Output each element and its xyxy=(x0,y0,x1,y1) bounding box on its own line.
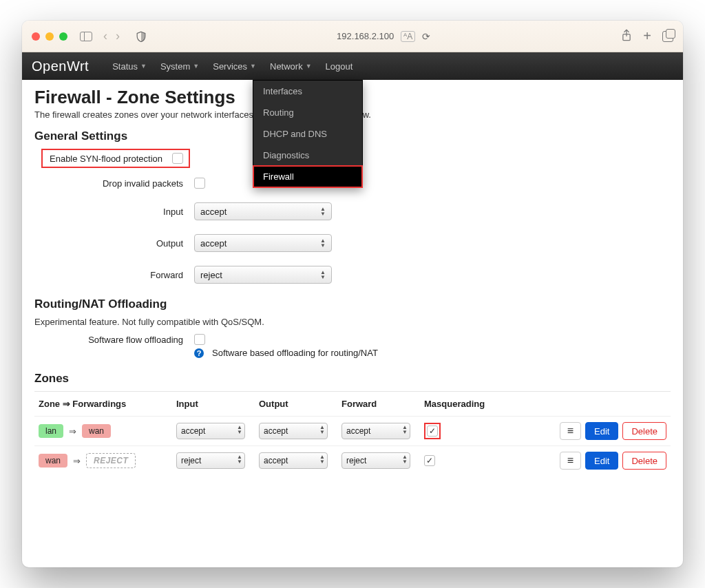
tabs-overview-icon[interactable] xyxy=(662,31,673,42)
masquerading-checkbox[interactable] xyxy=(424,455,435,466)
select-arrows-icon: ▲▼ xyxy=(237,454,242,464)
new-tab-icon[interactable]: + xyxy=(643,28,651,44)
select-arrows-icon: ▲▼ xyxy=(237,425,242,434)
zone-forward-select[interactable]: accept▲▼ xyxy=(341,423,410,439)
input-select[interactable]: accept ▲▼ xyxy=(194,202,332,220)
col-output: Output xyxy=(259,399,341,409)
select-arrows-icon: ▲▼ xyxy=(319,454,325,464)
output-select-value: accept xyxy=(200,238,227,249)
col-forward: Forward xyxy=(341,399,424,409)
minimize-window-icon[interactable] xyxy=(45,32,54,41)
dropdown-routing[interactable]: Routing xyxy=(253,102,362,123)
select-arrows-icon: ▲▼ xyxy=(402,454,408,464)
close-window-icon[interactable] xyxy=(32,32,40,41)
input-select-value: accept xyxy=(200,207,227,217)
col-input: Input xyxy=(176,399,259,409)
syn-flood-checkbox[interactable] xyxy=(172,153,183,164)
dropdown-dhcp-dns[interactable]: DHCP and DNS xyxy=(253,123,362,145)
select-arrows-icon: ▲▼ xyxy=(317,205,328,218)
traffic-lights xyxy=(32,32,67,41)
col-masq: Masquerading xyxy=(424,399,500,409)
toolbar-right: + xyxy=(621,28,673,44)
forward-select-value: reject xyxy=(200,270,222,280)
zone-input-select[interactable]: reject▲▼ xyxy=(176,452,245,469)
zone-output-select[interactable]: accept▲▼ xyxy=(259,452,328,469)
translate-icon[interactable]: ᴬA xyxy=(401,31,415,42)
shield-icon[interactable] xyxy=(136,31,146,42)
zone-forward-select[interactable]: reject▲▼ xyxy=(341,452,410,469)
select-arrows-icon: ▲▼ xyxy=(402,425,408,434)
reload-icon[interactable]: ⟳ xyxy=(422,31,430,42)
table-row: lan⇒wanaccept▲▼accept▲▼accept▲▼≡EditDele… xyxy=(34,416,671,445)
sfo-checkbox[interactable] xyxy=(194,334,205,345)
select-arrows-icon: ▲▼ xyxy=(317,237,328,249)
zone-from-tag: lan xyxy=(39,424,63,438)
zone-output-select[interactable]: accept▲▼ xyxy=(259,423,328,439)
dropdown-diagnostics[interactable]: Diagnostics xyxy=(253,145,362,166)
app-navbar: OpenWrt Status▼ System▼ Services▼ Networ… xyxy=(22,52,683,80)
share-icon[interactable] xyxy=(621,29,632,44)
input-label: Input xyxy=(34,207,194,217)
select-arrows-icon: ▲▼ xyxy=(317,269,328,281)
nav-services[interactable]: Services▼ xyxy=(206,52,263,80)
arrow-right-icon: ⇒ xyxy=(69,426,76,437)
maximize-window-icon[interactable] xyxy=(59,32,67,41)
sfo-label: Software flow offloading xyxy=(34,335,194,345)
zones-table-header: Zone ⇒ Forwardings Input Output Forward … xyxy=(34,392,671,416)
nav-arrows: ‹ › xyxy=(103,29,120,43)
browser-window: ‹ › 192.168.2.100 ᴬA ⟳ + OpenWrt Status▼… xyxy=(22,21,683,567)
dropdown-firewall[interactable]: Firewall xyxy=(253,166,362,187)
zone-from-tag: wan xyxy=(39,454,67,468)
drop-invalid-checkbox[interactable] xyxy=(194,178,205,189)
forward-icon[interactable]: › xyxy=(116,29,120,43)
chevron-down-icon: ▼ xyxy=(193,63,199,70)
masquerading-checkbox[interactable] xyxy=(427,426,438,437)
syn-flood-label: Enable SYN-flood protection xyxy=(45,154,172,164)
dropdown-interfaces[interactable]: Interfaces xyxy=(253,81,362,102)
delete-button[interactable]: Delete xyxy=(622,422,666,440)
chevron-down-icon: ▼ xyxy=(140,63,147,70)
brand[interactable]: OpenWrt xyxy=(32,59,89,74)
chevron-down-icon: ▼ xyxy=(250,63,256,70)
offload-sub: Experimental feature. Not fully compatib… xyxy=(34,317,671,327)
forward-select[interactable]: reject ▲▼ xyxy=(194,266,332,284)
nav-network[interactable]: Network▼ xyxy=(263,52,319,80)
browser-chrome: ‹ › 192.168.2.100 ᴬA ⟳ + xyxy=(22,21,683,52)
chevron-down-icon: ▼ xyxy=(306,63,312,70)
back-icon[interactable]: ‹ xyxy=(103,29,107,43)
delete-button[interactable]: Delete xyxy=(622,452,666,470)
syn-flood-highlight: Enable SYN-flood protection xyxy=(41,149,190,168)
edit-button[interactable]: Edit xyxy=(585,452,618,470)
nav-logout[interactable]: Logout xyxy=(319,52,360,80)
nav-system[interactable]: System▼ xyxy=(154,52,206,80)
output-select[interactable]: accept ▲▼ xyxy=(194,234,332,252)
select-arrows-icon: ▲▼ xyxy=(319,425,325,434)
row-menu-button[interactable]: ≡ xyxy=(560,452,581,470)
masq-highlight xyxy=(424,423,441,439)
nav-status[interactable]: Status▼ xyxy=(105,52,154,80)
edit-button[interactable]: Edit xyxy=(585,422,618,440)
info-icon: ? xyxy=(194,348,204,358)
section-offload-heading: Routing/NAT Offloading xyxy=(34,297,671,311)
sidebar-toggle-icon[interactable] xyxy=(80,32,92,41)
network-dropdown: Interfaces Routing DHCP and DNS Diagnost… xyxy=(253,80,363,188)
url-text: 192.168.2.100 xyxy=(337,31,394,41)
arrow-right-icon: ⇒ xyxy=(73,456,81,466)
zone-to-tag: REJECT xyxy=(86,453,136,468)
output-label: Output xyxy=(34,238,194,249)
table-row: wan⇒REJECTreject▲▼accept▲▼reject▲▼≡EditD… xyxy=(34,445,671,475)
row-menu-button[interactable]: ≡ xyxy=(560,422,581,440)
zone-to-tag: wan xyxy=(82,424,111,438)
col-zone: Zone ⇒ Forwardings xyxy=(39,399,176,409)
sfo-help: Software based offloading for routing/NA… xyxy=(212,348,378,358)
address-bar[interactable]: 192.168.2.100 ᴬA ⟳ xyxy=(151,31,615,42)
forward-label: Forward xyxy=(34,270,194,280)
section-zones-heading: Zones xyxy=(34,372,671,386)
zone-input-select[interactable]: accept▲▼ xyxy=(176,423,245,439)
drop-invalid-label: Drop invalid packets xyxy=(34,178,194,189)
